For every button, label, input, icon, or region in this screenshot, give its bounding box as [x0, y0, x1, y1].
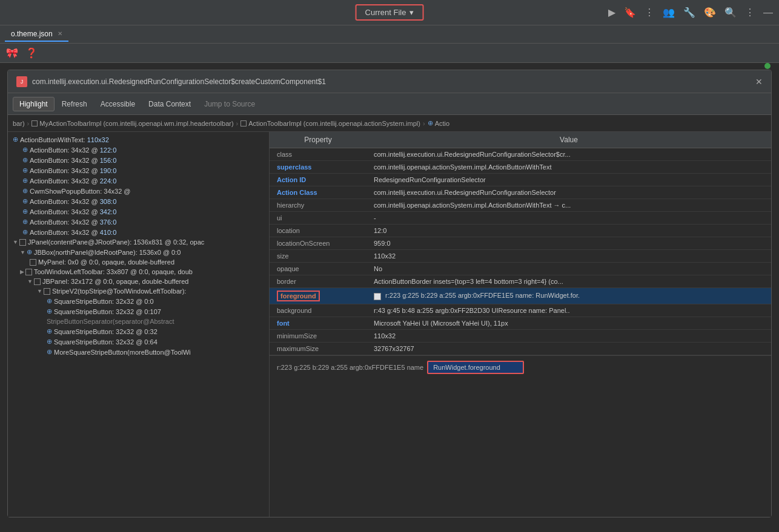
tree-item[interactable]: ▶ ToolWindowLeftToolbar: 33x807 @ 0:0, o… — [8, 267, 269, 277]
globe-icon: ⊕ — [22, 208, 28, 215]
prop-value-action-class: com.intellij.execution.ui.RedesignedRunC… — [366, 186, 771, 199]
tree-item[interactable]: ⊕ ActionButton: 34x32 @ 156:0 — [8, 155, 269, 165]
tree-panel[interactable]: ⊕ ActionButtonWithText: 110x32 ⊕ ActionB… — [8, 132, 270, 517]
prop-name-class: class — [270, 148, 366, 161]
table-row[interactable]: opaque No — [270, 263, 771, 275]
tree-item[interactable]: ⊕ SquareStripeButton: 32x32 @ 0:107 — [8, 306, 269, 317]
table-row[interactable]: Action ID RedesignedRunConfigurationSele… — [270, 174, 771, 186]
globe-icon: ⊕ — [22, 156, 28, 164]
prop-value-class: com.intellij.execution.ui.RedesignedRunC… — [366, 148, 771, 161]
prop-name-action-id: Action ID — [270, 174, 366, 186]
tree-item[interactable]: ⊕ SquareStripeButton: 32x32 @ 0:64 — [8, 337, 269, 347]
breadcrumb-bar: bar) — [13, 120, 25, 127]
tree-item[interactable]: MyPanel: 0x0 @ 0:0, opaque, double-buffe… — [8, 257, 269, 267]
tree-item[interactable]: ⊕ ActionButton: 34x32 @ 122:0 — [8, 145, 269, 155]
tree-item[interactable]: ⊕ CwmShowPopupButton: 34x32 @ — [8, 186, 269, 196]
table-row[interactable]: superclass com.intellij.openapi.actionSy… — [270, 161, 771, 174]
bookmark-icon[interactable]: 🔖 — [624, 7, 636, 18]
table-row[interactable]: background r:43 g:45 b:48 a:255 argb:0xF… — [270, 304, 771, 317]
breadcrumb-action-toolbar-impl[interactable]: ActionToolbarImpl (com.intellij.openapi.… — [240, 120, 420, 127]
tree-item[interactable]: StripeButtonSeparator(separator@Abstract — [8, 317, 269, 326]
accessible-button[interactable]: Accessible — [94, 97, 141, 111]
breadcrumb-my-action-toolbar[interactable]: MyActionToolbarImpl (com.intellij.openap… — [31, 120, 233, 127]
prop-value-location: 12:0 — [366, 225, 771, 237]
dialog-icon: J — [16, 76, 27, 87]
dialog-close-button[interactable]: ✕ — [755, 77, 763, 87]
plugins-icon[interactable]: 🎨 — [704, 7, 716, 18]
prop-value-font: Microsoft YaHei UI (Microsoft YaHei UI),… — [366, 317, 771, 330]
tree-item[interactable]: ⊕ ActionButtonWithText: 110x32 — [8, 134, 269, 145]
tree-item[interactable]: ⊕ MoreSquareStripeButton(moreButton@Tool… — [8, 347, 269, 357]
tree-item[interactable]: ▼ JPanel(contentPane@JRootPane): 1536x83… — [8, 237, 269, 247]
tools-icon[interactable]: 🔧 — [683, 7, 695, 18]
search-icon[interactable]: 🔍 — [724, 7, 737, 18]
globe-icon: ⊕ — [22, 187, 28, 195]
table-row-foreground[interactable]: foreground r:223 g:225 b:229 a:255 argb:… — [270, 288, 771, 304]
tree-item[interactable]: ▼ StripeV2(topStripe@ToolWindowLeftToolb… — [8, 286, 269, 296]
jump-to-source-button[interactable]: Jump to Source — [198, 97, 261, 111]
color-name-input[interactable] — [427, 361, 524, 374]
tree-item[interactable]: ▼ JBPanel: 32x172 @ 0:0, opaque, double-… — [8, 277, 269, 286]
color-value-prefix: r:223 g:225 b:229 a:255 argb:0xFFDFE1E5 … — [277, 364, 423, 371]
tree-item[interactable]: ⊕ ActionButton: 34x32 @ 410:0 — [8, 227, 269, 237]
tab-theme-json[interactable]: o.theme.json ✕ — [5, 27, 68, 42]
table-row[interactable]: size 110x32 — [270, 250, 771, 263]
prop-name-opaque: opaque — [270, 263, 366, 275]
pink-icon[interactable]: 🎀 — [6, 47, 18, 59]
prop-name-location-on-screen: locationOnScreen — [270, 237, 366, 250]
table-row[interactable]: maximumSize 32767x32767 — [270, 343, 771, 355]
globe-icon: ⊕ — [22, 218, 28, 226]
highlight-button[interactable]: Highlight — [13, 97, 55, 111]
tree-item[interactable]: ⊕ ActionButton: 34x32 @ 224:0 — [8, 176, 269, 186]
checkbox-icon — [19, 239, 26, 246]
globe-icon: ⊕ — [47, 348, 52, 356]
prop-name-action-class: Action Class — [270, 186, 366, 199]
tree-item[interactable]: ⊕ ActionButton: 34x32 @ 308:0 — [8, 196, 269, 206]
tree-item[interactable]: ⊕ SquareStripeButton: 32x32 @ 0:0 — [8, 296, 269, 306]
table-row[interactable]: Action Class com.intellij.execution.ui.R… — [270, 186, 771, 199]
globe-icon: ⊕ — [22, 166, 28, 174]
expand-icon: ▼ — [27, 278, 33, 284]
table-row[interactable]: minimumSize 110x32 — [270, 330, 771, 343]
prop-name-foreground: foreground — [270, 288, 366, 304]
checkbox-icon — [25, 269, 32, 275]
inspector-dialog: J com.intellij.execution.ui.RedesignedRu… — [7, 70, 772, 517]
bottom-bar: r:223 g:225 b:229 a:255 argb:0xFFDFE1E5 … — [270, 355, 771, 378]
breadcrumb: bar) › MyActionToolbarImpl (com.intellij… — [8, 115, 771, 132]
prop-value-border: ActionButtonBorder insets={top=3 left=4 … — [366, 275, 771, 288]
prop-name-size: size — [270, 250, 366, 263]
prop-name-hierarchy: hierarchy — [270, 199, 366, 212]
table-row[interactable]: locationOnScreen 959:0 — [270, 237, 771, 250]
globe-icon: ⊕ — [22, 146, 28, 154]
tab-close-icon[interactable]: ✕ — [58, 30, 62, 37]
breadcrumb-actio[interactable]: ⊕ Actio — [428, 119, 449, 127]
checkbox-icon — [31, 120, 38, 126]
globe-icon: ⊕ — [27, 248, 32, 256]
current-file-button[interactable]: Current File ▾ — [356, 4, 424, 21]
table-row[interactable]: class com.intellij.execution.ui.Redesign… — [270, 148, 771, 161]
forward-icon[interactable]: ▶ — [608, 7, 615, 18]
tree-item[interactable]: ▼ ⊕ JBBox(northPanel@IdeRootPane): 1536x… — [8, 247, 269, 257]
expand-icon: ▼ — [37, 288, 42, 294]
refresh-button[interactable]: Refresh — [56, 97, 93, 111]
globe-icon: ⊕ — [47, 338, 52, 346]
tree-item[interactable]: ⊕ ActionButton: 34x32 @ 376:0 — [8, 217, 269, 227]
table-row[interactable]: location 12:0 — [270, 225, 771, 237]
users-icon[interactable]: 👥 — [663, 7, 675, 18]
tree-item[interactable]: ⊕ ActionButton: 34x32 @ 190:0 — [8, 165, 269, 176]
tree-item[interactable]: ⊕ SquareStripeButton: 32x32 @ 0:32 — [8, 326, 269, 337]
prop-value-opaque: No — [366, 263, 771, 275]
prop-value-action-id: RedesignedRunConfigurationSelector — [366, 174, 771, 186]
data-context-button[interactable]: Data Context — [142, 97, 197, 111]
table-row[interactable]: ui - — [270, 212, 771, 225]
minimize-icon[interactable]: — — [763, 7, 773, 18]
table-row[interactable]: hierarchy com.intellij.openapi.actionSys… — [270, 199, 771, 212]
table-row[interactable]: font Microsoft YaHei UI (Microsoft YaHei… — [270, 317, 771, 330]
prop-name-minimum-size: minimumSize — [270, 330, 366, 343]
menu-icon[interactable]: ⋮ — [745, 7, 755, 18]
tree-item[interactable]: ⊕ ActionButton: 34x32 @ 342:0 — [8, 206, 269, 217]
more-options-icon[interactable]: ⋮ — [645, 7, 654, 18]
globe-icon: ⊕ — [47, 327, 52, 335]
table-row[interactable]: border ActionButtonBorder insets={top=3 … — [270, 275, 771, 288]
help-icon[interactable]: ❓ — [25, 47, 38, 59]
